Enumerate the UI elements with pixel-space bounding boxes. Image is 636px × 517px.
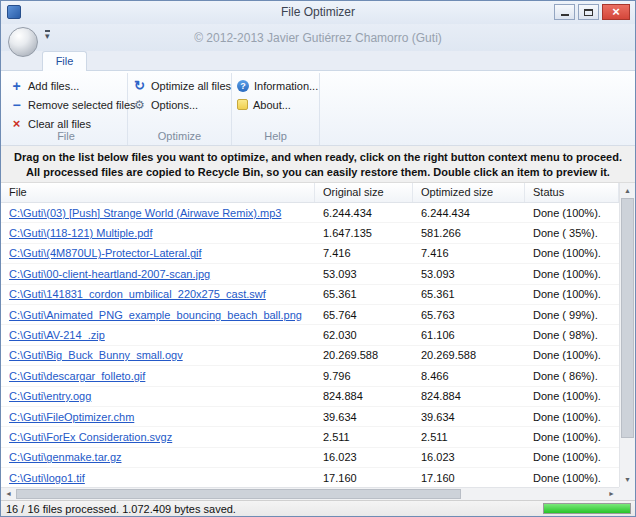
table-row[interactable]: C:\Guti\Big_Buck_Bunny_small.ogv 20.269.…: [1, 346, 619, 366]
file-link[interactable]: C:\Guti\(118-121) Multiple.pdf: [9, 227, 152, 239]
table-row[interactable]: C:\Guti\(03) [Push] Strange World (Airwa…: [1, 203, 619, 223]
tab-file[interactable]: File: [42, 51, 87, 71]
file-link[interactable]: C:\Guti\FileOptimizer.chm: [9, 411, 134, 423]
optimized-size-cell: 16.023: [413, 451, 525, 463]
table-row[interactable]: C:\Guti\logo1.tif 17.160 17.160 Done (10…: [1, 468, 619, 487]
file-link[interactable]: C:\Guti\(03) [Push] Strange World (Airwa…: [9, 207, 281, 219]
original-size-cell: 20.269.588: [315, 349, 413, 361]
status-cell: Done (100%).: [525, 472, 619, 484]
add-files-label: Add files...: [28, 80, 79, 92]
application-button[interactable]: [8, 27, 38, 57]
table-row[interactable]: C:\Guti\entry.ogg 824.884 824.884 Done (…: [1, 387, 619, 407]
status-cell: Done (100%).: [525, 207, 619, 219]
table-row[interactable]: C:\Guti\(118-121) Multiple.pdf 1.647.135…: [1, 223, 619, 243]
vertical-scrollbar-thumb[interactable]: [621, 198, 634, 438]
column-header-optimized-size[interactable]: Optimized size: [413, 183, 525, 202]
table-row[interactable]: C:\Guti\genmake.tar.gz 16.023 16.023 Don…: [1, 448, 619, 468]
window-title: File Optimizer: [1, 5, 635, 19]
optimize-all-files-label: Optimize all files: [151, 80, 231, 92]
options-gear-icon: ⚙: [133, 99, 146, 111]
status-cell: Done (100%).: [525, 288, 619, 300]
ribbon-group-file: + Add files... − Remove selected files ×…: [5, 73, 128, 145]
ribbon-tab-row: File: [1, 51, 635, 70]
information-label: Information...: [254, 80, 318, 92]
optimized-size-cell: 20.269.588: [413, 349, 525, 361]
original-size-cell: 53.093: [315, 268, 413, 280]
remove-selected-files-label: Remove selected files: [28, 99, 136, 111]
table-row[interactable]: C:\Guti\descargar_folleto.gif 9.796 8.46…: [1, 366, 619, 386]
optimized-size-cell: 581.266: [413, 227, 525, 239]
clear-all-files-label: Clear all files: [28, 118, 91, 130]
file-link[interactable]: C:\Guti\(4M870UL)-Protector-Lateral.gif: [9, 247, 202, 259]
status-cell: Done (100%).: [525, 451, 619, 463]
original-size-cell: 39.634: [315, 411, 413, 423]
original-size-cell: 6.244.434: [315, 207, 413, 219]
title-bar[interactable]: File Optimizer ×: [1, 1, 635, 24]
remove-selected-files-button[interactable]: − Remove selected files: [5, 95, 127, 114]
scroll-right-icon[interactable]: ►: [604, 488, 619, 500]
file-optimizer-window: File Optimizer × ▾ © 2012-2013 Javier Gu…: [0, 0, 636, 517]
optimized-size-cell: 17.160: [413, 472, 525, 484]
file-link[interactable]: C:\Guti\AV-214_.zip: [9, 329, 105, 341]
file-link[interactable]: C:\Guti\00-client-heartland-2007-scan.jp…: [9, 268, 210, 280]
status-cell: Done (100%).: [525, 268, 619, 280]
scroll-left-icon[interactable]: ◄: [1, 488, 16, 500]
table-row[interactable]: C:\Guti\FileOptimizer.chm 39.634 39.634 …: [1, 407, 619, 427]
horizontal-scrollbar[interactable]: ◄ ►: [1, 487, 619, 500]
table-row[interactable]: C:\Guti\00-client-heartland-2007-scan.jp…: [1, 264, 619, 284]
horizontal-scrollbar-thumb[interactable]: [16, 489, 461, 499]
options-button[interactable]: ⚙ Options...: [128, 95, 231, 114]
optimized-size-cell: 7.416: [413, 247, 525, 259]
column-header-original-size[interactable]: Original size: [315, 183, 413, 202]
status-text: 16 / 16 files processed. 1.072.409 bytes…: [6, 503, 236, 515]
close-button[interactable]: ×: [602, 4, 630, 20]
file-link[interactable]: C:\Guti\genmake.tar.gz: [9, 451, 122, 463]
optimized-size-cell: 39.634: [413, 411, 525, 423]
information-button[interactable]: ? Information...: [232, 76, 319, 95]
table-row[interactable]: C:\Guti\Animated_PNG_example_bouncing_be…: [1, 305, 619, 325]
optimized-size-cell: 824.884: [413, 390, 525, 402]
file-link[interactable]: C:\Guti\ForEx Consideration.svgz: [9, 431, 172, 443]
table-row[interactable]: C:\Guti\AV-214_.zip 62.030 61.106 Done (…: [1, 325, 619, 345]
status-cell: Done ( 35%).: [525, 227, 619, 239]
status-cell: Done ( 86%).: [525, 370, 619, 382]
optimized-size-cell: 65.763: [413, 309, 525, 321]
group-caption-help: Help: [232, 130, 319, 142]
progress-fill: [544, 504, 630, 513]
file-link[interactable]: C:\Guti\141831_cordon_umbilical_220x275_…: [9, 288, 266, 300]
vertical-scrollbar[interactable]: ▲ ▼: [619, 183, 635, 487]
file-link[interactable]: C:\Guti\Big_Buck_Bunny_small.ogv: [9, 349, 183, 361]
status-cell: Done (100%).: [525, 247, 619, 259]
column-header-status[interactable]: Status: [525, 183, 619, 202]
status-cell: Done ( 99%).: [525, 309, 619, 321]
minimize-button[interactable]: [554, 4, 575, 20]
table-row[interactable]: C:\Guti\(4M870UL)-Protector-Lateral.gif …: [1, 244, 619, 264]
add-files-button[interactable]: + Add files...: [5, 76, 127, 95]
file-link[interactable]: C:\Guti\descargar_folleto.gif: [9, 370, 145, 382]
optimized-size-cell: 61.106: [413, 329, 525, 341]
options-label: Options...: [151, 99, 198, 111]
optimized-size-cell: 65.361: [413, 288, 525, 300]
file-list-body: C:\Guti\(03) [Push] Strange World (Airwa…: [1, 203, 619, 487]
status-cell: Done ( 98%).: [525, 329, 619, 341]
status-bar: 16 / 16 files processed. 1.072.409 bytes…: [1, 500, 635, 516]
instructions-text: Drag on the list below files you want to…: [1, 146, 635, 183]
optimized-size-cell: 8.466: [413, 370, 525, 382]
about-icon: [237, 99, 248, 110]
column-header-file[interactable]: File: [1, 183, 315, 202]
table-row[interactable]: C:\Guti\141831_cordon_umbilical_220x275_…: [1, 285, 619, 305]
maximize-button[interactable]: [578, 4, 599, 20]
scroll-up-icon[interactable]: ▲: [620, 183, 635, 198]
ribbon-group-help: ? Information... About... Help: [232, 73, 320, 145]
file-link[interactable]: C:\Guti\Animated_PNG_example_bouncing_be…: [9, 309, 302, 321]
optimize-icon: ↻: [133, 79, 146, 92]
file-link[interactable]: C:\Guti\logo1.tif: [9, 472, 85, 484]
about-button[interactable]: About...: [232, 95, 319, 114]
table-row[interactable]: C:\Guti\ForEx Consideration.svgz 2.511 2…: [1, 427, 619, 447]
status-cell: Done (100%).: [525, 431, 619, 443]
file-link[interactable]: C:\Guti\entry.ogg: [9, 390, 91, 402]
scroll-down-icon[interactable]: ▼: [620, 472, 635, 487]
optimize-all-files-button[interactable]: ↻ Optimize all files: [128, 76, 231, 95]
original-size-cell: 7.416: [315, 247, 413, 259]
optimized-size-cell: 2.511: [413, 431, 525, 443]
